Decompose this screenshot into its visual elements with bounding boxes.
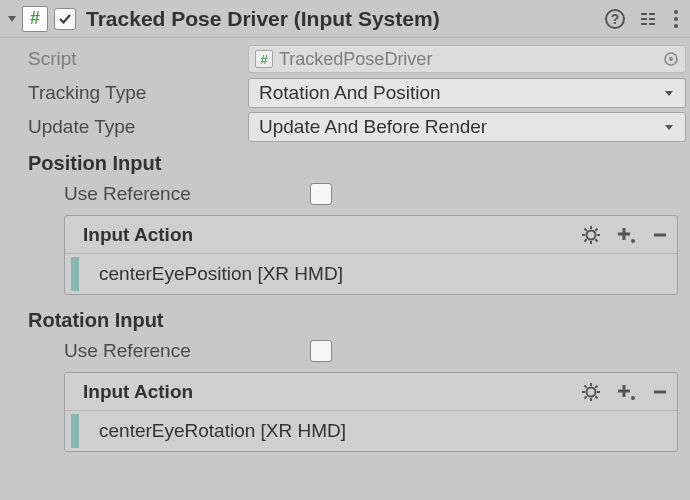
svg-marker-5	[665, 91, 673, 96]
script-object-field[interactable]: # TrackedPoseDriver	[248, 45, 686, 73]
rotation-input-header: Rotation Input	[2, 301, 686, 334]
tracking-type-label: Tracking Type	[2, 82, 248, 104]
position-input-action-label: Input Action	[83, 224, 581, 246]
gear-icon[interactable]	[581, 225, 601, 245]
position-input-header: Position Input	[2, 144, 686, 177]
add-binding-icon[interactable]	[615, 382, 637, 402]
svg-line-27	[595, 385, 597, 387]
rotation-binding-row[interactable]: centerEyeRotation [XR HMD]	[65, 411, 677, 451]
rotation-use-reference-label: Use Reference	[2, 340, 310, 362]
svg-line-14	[595, 228, 597, 230]
svg-line-26	[595, 396, 597, 398]
chevron-down-icon	[663, 87, 675, 99]
position-use-reference-checkbox[interactable]	[310, 183, 332, 205]
rotation-input-action-label: Input Action	[83, 381, 581, 403]
rotation-binding-value: centerEyeRotation [XR HMD]	[99, 420, 346, 442]
update-type-row: Update Type Update And Before Render	[2, 110, 686, 144]
svg-point-18	[631, 239, 635, 243]
script-label: Script	[2, 48, 248, 70]
rotation-input-action-toolbar	[581, 382, 669, 402]
svg-line-12	[585, 228, 587, 230]
svg-line-13	[595, 239, 597, 241]
position-binding-row[interactable]: centerEyePosition [XR HMD]	[65, 254, 677, 294]
component-body: Script # TrackedPoseDriver Tracking Type…	[0, 38, 690, 452]
tracking-type-dropdown[interactable]: Rotation And Position	[248, 78, 686, 108]
update-type-dropdown[interactable]: Update And Before Render	[248, 112, 686, 142]
svg-text:?: ?	[611, 11, 620, 27]
help-icon[interactable]: ?	[604, 8, 626, 30]
svg-line-28	[585, 396, 587, 398]
object-picker-icon[interactable]	[663, 51, 679, 67]
svg-point-31	[631, 396, 635, 400]
tracking-type-value: Rotation And Position	[259, 82, 441, 104]
svg-line-15	[585, 239, 587, 241]
script-mini-icon: #	[255, 50, 273, 68]
position-binding-value: centerEyePosition [XR HMD]	[99, 263, 343, 285]
svg-marker-0	[8, 16, 16, 22]
remove-binding-icon[interactable]	[651, 383, 669, 401]
svg-point-4	[669, 57, 673, 61]
component-title: Tracked Pose Driver (Input System)	[86, 7, 604, 31]
header-icons: ?	[604, 8, 682, 30]
script-row: Script # TrackedPoseDriver	[2, 42, 686, 76]
svg-point-20	[587, 387, 596, 396]
remove-binding-icon[interactable]	[651, 226, 669, 244]
add-binding-icon[interactable]	[615, 225, 637, 245]
svg-line-25	[585, 385, 587, 387]
rotation-use-reference-row: Use Reference	[2, 334, 686, 368]
script-value: TrackedPoseDriver	[279, 49, 432, 70]
position-use-reference-label: Use Reference	[2, 183, 310, 205]
component-header: # Tracked Pose Driver (Input System) ?	[0, 0, 690, 38]
position-input-action-header: Input Action	[65, 216, 677, 254]
binding-indicator-bar	[71, 414, 79, 448]
svg-marker-6	[665, 125, 673, 130]
tracking-type-row: Tracking Type Rotation And Position	[2, 76, 686, 110]
position-input-action-toolbar	[581, 225, 669, 245]
foldout-toggle-icon[interactable]	[4, 11, 20, 27]
update-type-label: Update Type	[2, 116, 248, 138]
chevron-down-icon	[663, 121, 675, 133]
rotation-input-action-header: Input Action	[65, 373, 677, 411]
position-input-action-box: Input Action centerEyePosition [XR HMD]	[64, 215, 678, 295]
binding-indicator-bar	[71, 257, 79, 291]
context-menu-icon[interactable]	[670, 10, 682, 28]
component-enabled-checkbox[interactable]	[54, 8, 76, 30]
rotation-input-action-box: Input Action centerEyeRotation [XR HMD]	[64, 372, 678, 452]
rotation-use-reference-checkbox[interactable]	[310, 340, 332, 362]
svg-point-7	[587, 230, 596, 239]
presets-icon[interactable]	[638, 9, 658, 29]
update-type-value: Update And Before Render	[259, 116, 487, 138]
position-use-reference-row: Use Reference	[2, 177, 686, 211]
gear-icon[interactable]	[581, 382, 601, 402]
component-panel: # Tracked Pose Driver (Input System) ? S…	[0, 0, 690, 500]
component-script-icon: #	[22, 6, 48, 32]
